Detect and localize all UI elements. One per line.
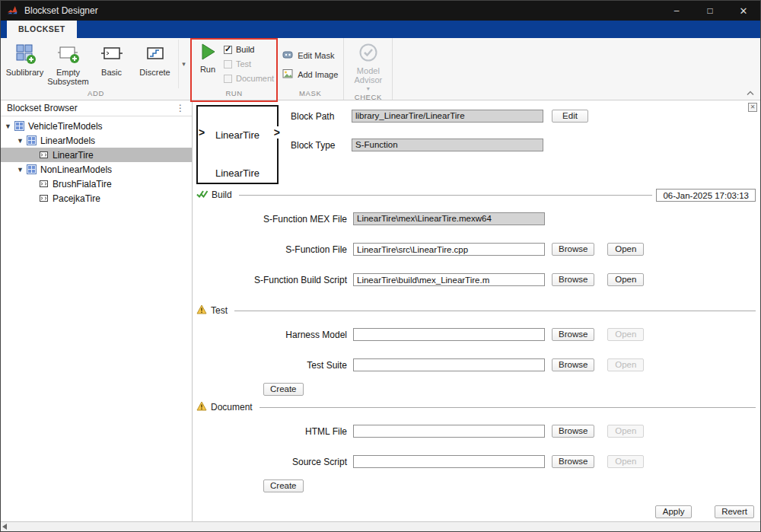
success-check-icon <box>196 190 208 201</box>
build-section-body: S-Function MEX File LinearTire\mex\Linea… <box>196 202 756 286</box>
warning-icon <box>196 401 207 413</box>
build-checkbox-row[interactable]: Build <box>224 45 274 54</box>
add-image-label: Add Image <box>298 70 338 79</box>
run-button[interactable]: Run <box>194 40 221 74</box>
test-section-title: Test <box>211 305 228 316</box>
window-title: Blockset Designer <box>24 5 98 16</box>
ribbon-group-mask: Edit Mask Add Image MASK <box>277 38 344 100</box>
open-button[interactable]: Open <box>607 243 644 256</box>
tab-blockset[interactable]: BLOCKSET <box>7 21 77 38</box>
empty-subsystem-icon <box>57 42 80 68</box>
test-suite-row: Test Suite Browse Open <box>196 358 756 371</box>
test-suite-input[interactable] <box>353 358 545 371</box>
create-document-button[interactable]: Create <box>263 479 304 492</box>
collapse-ribbon-button[interactable] <box>747 88 754 98</box>
run-label: Run <box>200 65 215 75</box>
library-icon <box>27 135 37 146</box>
build-script-row: S-Function Build Script Browse Open <box>196 273 756 286</box>
test-section-header: Test <box>196 304 756 317</box>
block-icon <box>39 150 49 161</box>
browse-button[interactable]: Browse <box>552 273 594 286</box>
mex-file-label: S-Function MEX File <box>196 214 353 225</box>
source-script-row: Source Script Browse Open <box>196 455 756 468</box>
close-panel-icon[interactable]: ✕ <box>748 103 757 112</box>
tree-item-nonlinearmodels[interactable]: ▼ NonLinearModels <box>1 162 192 177</box>
source-script-input[interactable] <box>353 455 545 468</box>
chevron-down-icon[interactable]: ▼ <box>17 137 27 145</box>
library-icon <box>27 164 37 175</box>
basic-block-icon <box>100 42 123 68</box>
document-section-header: Document <box>196 400 756 414</box>
tree-item-label: LinearModels <box>40 135 95 146</box>
document-checkbox <box>224 75 232 83</box>
test-section-body: Harness Model Browse Open Test Suite Bro… <box>196 317 756 396</box>
tree-item-brushfialatire[interactable]: BrushFialaTire <box>1 177 192 191</box>
toolstrip: Sublibrary Empty Subsystem <box>1 38 760 100</box>
basic-button[interactable]: Basic <box>90 40 133 77</box>
browse-button[interactable]: Browse <box>552 425 594 438</box>
tree-item-label: LinearTire <box>53 150 94 161</box>
close-button[interactable]: ✕ <box>727 1 760 21</box>
browse-button[interactable]: Browse <box>552 243 594 256</box>
sublibrary-icon <box>14 42 37 68</box>
edit-mask-label: Edit Mask <box>298 51 334 60</box>
chevron-down-icon[interactable]: ▼ <box>17 166 27 174</box>
ribbon-group-check: Model Advisor ▾ CHECK <box>344 38 393 100</box>
html-file-row: HTML File Browse Open <box>196 425 756 438</box>
test-checkbox <box>224 60 232 68</box>
model-advisor-button: Model Advisor ▾ <box>346 40 390 92</box>
edit-mask-button[interactable]: Edit Mask <box>282 49 338 62</box>
browse-button[interactable]: Browse <box>552 358 594 371</box>
discrete-label: Discrete <box>139 68 170 78</box>
tree-item-pacejkatire[interactable]: PacejkaTire <box>1 191 192 205</box>
maximize-button[interactable]: □ <box>693 1 727 21</box>
tree-item-label: VehicleTireModels <box>28 121 103 132</box>
harness-model-input[interactable] <box>353 328 545 341</box>
browse-button[interactable]: Browse <box>552 455 594 468</box>
edit-button[interactable]: Edit <box>552 110 588 123</box>
apply-button[interactable]: Apply <box>655 505 692 518</box>
document-section-title: Document <box>211 402 253 413</box>
ribbon-group-run: Run Build Test Document <box>192 38 277 100</box>
add-image-button[interactable]: Add Image <box>282 68 338 81</box>
block-type-label: Block Type <box>291 140 352 151</box>
discrete-button[interactable]: Discrete <box>133 40 177 77</box>
block-preview-label: LinearTire <box>198 167 277 179</box>
create-test-button[interactable]: Create <box>263 383 304 396</box>
chevron-down-icon[interactable]: ▼ <box>5 123 14 130</box>
harness-model-label: Harness Model <box>196 330 353 340</box>
html-file-input[interactable] <box>353 425 545 438</box>
block-type-field: S-Function <box>352 139 543 151</box>
blockset-browser-title: Blockset Browser <box>7 103 78 113</box>
block-detail-panel: ✕ > > LinearTire LinearTire Block Path l… <box>193 100 760 521</box>
sfunction-file-label: S-Function File <box>196 244 353 255</box>
tree-item-lineartire[interactable]: LinearTire <box>1 148 192 162</box>
build-script-input[interactable] <box>353 273 545 286</box>
tree-item-linearmodels[interactable]: ▼ LinearModels <box>1 133 192 148</box>
block-path-field: library_LinearTire/LinearTire <box>352 110 543 123</box>
tree-item-vehicletiremodels[interactable]: ▼ VehicleTireModels <box>1 119 192 133</box>
run-play-icon <box>198 42 218 65</box>
group-label-mask: MASK <box>279 88 341 100</box>
group-label-add: ADD <box>3 88 189 100</box>
app-logo-icon <box>7 5 19 17</box>
sidebar-menu-button[interactable]: ⋮ <box>176 103 186 113</box>
document-section-body: HTML File Browse Open Source Script Brow… <box>196 414 756 492</box>
open-button[interactable]: Open <box>607 273 644 286</box>
open-button-disabled: Open <box>607 328 644 341</box>
mask-icon <box>282 49 294 62</box>
revert-button[interactable]: Revert <box>715 505 754 518</box>
collapse-panel-icon[interactable] <box>2 524 7 530</box>
sfunction-file-input[interactable] <box>353 243 545 256</box>
build-checkbox[interactable] <box>224 46 232 54</box>
minimize-button[interactable]: – <box>660 1 693 21</box>
sublibrary-button[interactable]: Sublibrary <box>3 40 46 77</box>
tree-item-label: PacejkaTire <box>53 193 100 204</box>
dropdown-caret-icon: ▾ <box>367 85 370 92</box>
add-gallery-expand-button[interactable]: ▾ <box>178 40 189 88</box>
empty-subsystem-button[interactable]: Empty Subsystem <box>46 40 90 87</box>
browse-button[interactable]: Browse <box>552 328 594 341</box>
ribbon-group-add: Sublibrary Empty Subsystem <box>1 38 192 100</box>
document-checkbox-label: Document <box>236 74 274 83</box>
toolstrip-tab-row: BLOCKSET <box>1 21 760 38</box>
